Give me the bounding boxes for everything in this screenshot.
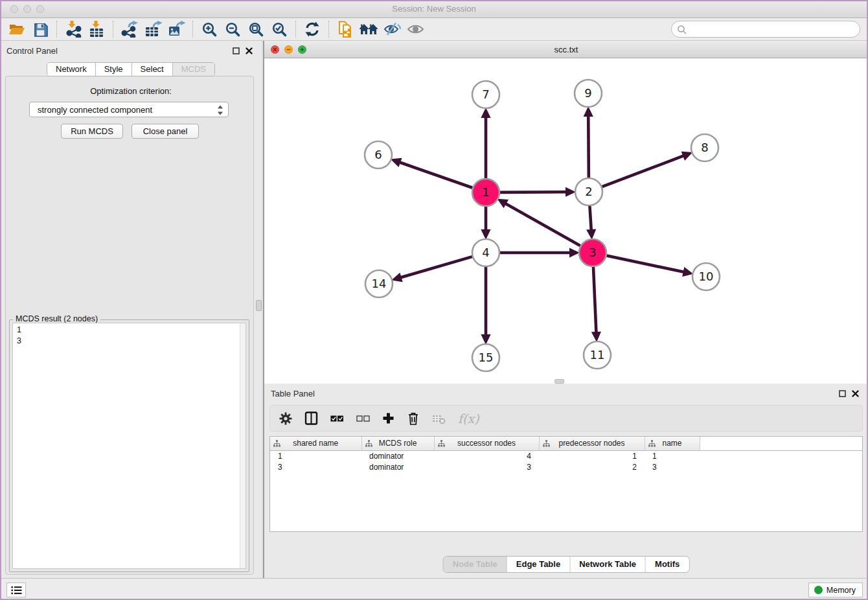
table-row[interactable]: 3dominator323 <box>270 461 862 472</box>
graph-edge-4-3[interactable] <box>500 248 580 257</box>
add-row-button[interactable] <box>382 412 394 424</box>
column-type-icon <box>543 440 550 447</box>
show-panels-button[interactable] <box>404 19 427 39</box>
optimization-criterion-label: Optimization criterion: <box>0 86 262 96</box>
graph-node-3[interactable]: 3 <box>579 239 606 266</box>
deselect-all-rows-button[interactable] <box>356 414 370 423</box>
column-header-mcds-role[interactable]: MCDS role <box>361 437 434 450</box>
graph-node-7[interactable]: 7 <box>472 81 499 108</box>
graph-node-15[interactable]: 15 <box>472 344 499 371</box>
delete-rows-button[interactable] <box>407 411 420 425</box>
tab-network-table[interactable]: Network Table <box>570 557 646 572</box>
criterion-select[interactable]: strongly connected component <box>29 102 229 117</box>
graph-node-1[interactable]: 1 <box>472 179 499 206</box>
session-home-button[interactable] <box>357 19 380 39</box>
graph-edge-1-2[interactable] <box>500 187 576 197</box>
search-input[interactable] <box>690 25 854 34</box>
graph-edge-4-14[interactable] <box>391 257 472 282</box>
graph-edge-1-4[interactable] <box>481 207 490 240</box>
cell-predecessor-nodes[interactable]: 1 <box>539 450 645 461</box>
graph-edge-2-9[interactable] <box>584 106 593 178</box>
search-box <box>671 21 860 38</box>
tab-node-table[interactable]: Node Table <box>444 557 507 572</box>
close-panel-icon[interactable] <box>852 390 859 397</box>
save-session-button[interactable] <box>29 19 52 39</box>
graph-node-2[interactable]: 2 <box>575 178 602 205</box>
cell-successor-nodes[interactable]: 4 <box>434 450 539 461</box>
close-panel-button[interactable]: Close panel <box>131 124 199 139</box>
svg-text:15: 15 <box>479 351 494 364</box>
mcds-result-text[interactable]: 1 3 <box>12 323 246 569</box>
export-table-button[interactable] <box>141 19 165 39</box>
cell-predecessor-nodes[interactable]: 2 <box>539 461 645 472</box>
tab-style[interactable]: Style <box>96 63 132 76</box>
table-row[interactable]: 1dominator411 <box>270 450 862 461</box>
export-network-button[interactable] <box>118 19 141 39</box>
graph-node-14[interactable]: 14 <box>365 270 393 297</box>
open-folder-icon <box>8 21 25 37</box>
memory-button[interactable]: Memory <box>808 583 863 597</box>
open-session-button[interactable] <box>5 19 29 39</box>
cell-shared-name[interactable]: 1 <box>270 450 361 461</box>
horizontal-split-handle[interactable] <box>554 379 564 384</box>
cell-mcds-role[interactable]: dominator <box>361 461 434 472</box>
cell-shared-name[interactable]: 3 <box>270 461 361 472</box>
table-header-row: shared nameMCDS rolesuccessor nodesprede… <box>270 437 862 450</box>
cell-name[interactable]: 1 <box>645 450 700 461</box>
vertical-split-handle[interactable] <box>256 300 262 311</box>
graph-edge-2-3[interactable] <box>586 206 596 240</box>
close-panel-icon[interactable] <box>246 47 253 54</box>
graph-edge-3-1[interactable] <box>497 199 580 246</box>
apply-function-button[interactable]: f(x) <box>458 411 479 426</box>
zoom-selected-button[interactable] <box>268 19 291 39</box>
delete-table-button[interactable] <box>432 413 446 424</box>
graph-edge-3-11[interactable] <box>591 267 601 342</box>
cell-successor-nodes[interactable]: 3 <box>434 461 539 472</box>
export-image-button[interactable] <box>165 19 188 39</box>
graph-node-11[interactable]: 11 <box>584 341 611 369</box>
column-header-name[interactable]: name <box>645 437 700 450</box>
graph-edge-3-10[interactable] <box>607 256 694 277</box>
graph-edge-1-7[interactable] <box>481 108 490 178</box>
zoom-out-button[interactable] <box>221 19 244 39</box>
column-header-successor-nodes[interactable]: successor nodes <box>434 437 539 450</box>
zoom-fit-button[interactable] <box>244 19 268 39</box>
graph-node-9[interactable]: 9 <box>575 80 602 107</box>
tab-network[interactable]: Network <box>47 63 96 76</box>
cell-name[interactable]: 3 <box>645 461 700 472</box>
svg-text:2: 2 <box>585 185 592 198</box>
import-table-button[interactable] <box>85 19 108 39</box>
run-mcds-button[interactable]: Run MCDS <box>61 124 123 139</box>
tab-select[interactable]: Select <box>132 63 173 76</box>
zoom-in-icon <box>201 21 218 38</box>
refresh-view-button[interactable] <box>301 19 324 39</box>
zoom-in-button[interactable] <box>198 19 221 39</box>
tab-edge-table[interactable]: Edge Table <box>507 557 570 572</box>
hide-panels-button[interactable] <box>380 19 404 39</box>
clone-network-button[interactable] <box>334 19 357 39</box>
graph-node-6[interactable]: 6 <box>365 141 392 168</box>
cell-mcds-role[interactable]: dominator <box>361 450 434 461</box>
float-panel-icon[interactable] <box>233 47 240 54</box>
column-header-shared-name[interactable]: shared name <box>270 437 361 450</box>
cell-filler <box>700 450 862 461</box>
import-network-button[interactable] <box>62 19 85 39</box>
select-all-rows-button[interactable] <box>330 414 344 423</box>
column-selector-button[interactable] <box>304 411 318 425</box>
graph-edge-2-8[interactable] <box>602 152 693 187</box>
graph-node-10[interactable]: 10 <box>692 263 720 290</box>
toolbar-separator <box>113 21 113 38</box>
graph-edge-4-15[interactable] <box>481 267 490 345</box>
table-settings-button[interactable] <box>279 412 292 425</box>
graph-node-4[interactable]: 4 <box>472 239 499 266</box>
graph-edge-1-6[interactable] <box>391 158 472 188</box>
network-canvas[interactable]: 1234678910111415 <box>264 58 868 384</box>
result-scrollbar[interactable] <box>240 323 246 568</box>
graph-node-8[interactable]: 8 <box>691 134 718 161</box>
column-header-filler <box>700 437 862 450</box>
float-panel-icon[interactable] <box>839 390 846 397</box>
task-history-button[interactable] <box>6 583 26 597</box>
tab-motifs[interactable]: Motifs <box>646 557 689 572</box>
column-header-predecessor-nodes[interactable]: predecessor nodes <box>539 437 645 450</box>
tab-mcds[interactable]: MCDS <box>173 63 214 76</box>
